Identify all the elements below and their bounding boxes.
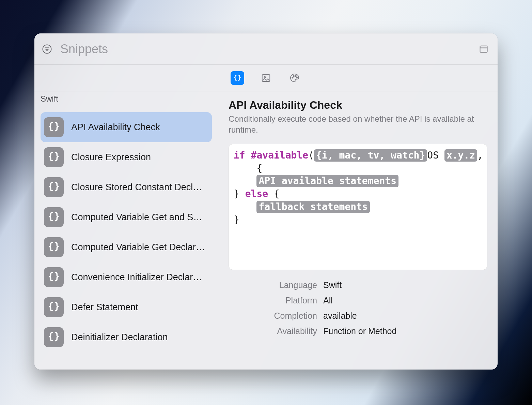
detach-window-icon[interactable] <box>478 43 489 55</box>
list-item[interactable]: Defer Statement <box>41 292 212 322</box>
snippet-list: API Availability Check Closure Expressio… <box>34 106 218 370</box>
search-field-wrap <box>59 40 472 58</box>
meta-value-language: Swift <box>323 280 487 290</box>
braces-icon <box>44 147 64 167</box>
keyword-if: if <box>234 150 245 161</box>
tab-media-library[interactable] <box>259 71 273 85</box>
code-preview[interactable]: if #available({i, mac, tv, watch}OS x.y.… <box>229 144 487 270</box>
list-item[interactable]: Computed Variable Get and Se… <box>41 202 212 232</box>
titlebar <box>34 33 498 65</box>
svg-rect-4 <box>480 46 487 52</box>
meta-label-availability: Availability <box>229 326 317 336</box>
braces-icon <box>44 267 64 287</box>
meta-label-language: Language <box>229 280 317 290</box>
meta-value-completion: available <box>323 311 487 321</box>
code-text: } <box>234 188 245 199</box>
svg-point-9 <box>293 75 294 76</box>
meta-label-platform: Platform <box>229 296 317 305</box>
list-item-label: Convenience Initializer Declara… <box>71 272 207 283</box>
detail-metadata: Language Swift Platform All Completion a… <box>229 280 487 336</box>
svg-point-10 <box>295 75 296 76</box>
meta-value-availability: Function or Method <box>323 326 487 336</box>
code-text: OS <box>427 150 444 161</box>
list-item-label: API Availability Check <box>71 122 160 133</box>
list-item[interactable]: Computed Variable Get Declar… <box>41 232 212 262</box>
keyword-else: else <box>245 188 268 199</box>
snippet-list-pane: Swift API Availability Check <box>34 91 218 370</box>
search-input[interactable] <box>59 40 472 58</box>
tab-code-snippets[interactable] <box>231 71 244 85</box>
svg-rect-6 <box>262 75 270 81</box>
list-item-label: Deinitializer Declaration <box>71 332 168 343</box>
braces-icon <box>44 207 64 227</box>
tab-color-library[interactable] <box>288 71 301 85</box>
braces-icon <box>44 177 64 197</box>
section-header: Swift <box>34 91 218 106</box>
list-item-label: Closure Stored Constant Decla… <box>71 182 207 193</box>
detail-pane: API Availability Check Conditionally exe… <box>218 91 498 370</box>
content-split: Swift API Availability Check <box>34 91 498 370</box>
keyword-available: #available <box>251 150 309 161</box>
list-item-label: Computed Variable Get and Se… <box>71 212 207 223</box>
list-item[interactable]: Closure Stored Constant Decla… <box>41 172 212 202</box>
list-item[interactable]: Convenience Initializer Declara… <box>41 262 212 292</box>
list-item[interactable]: Deinitializer Declaration <box>41 322 212 352</box>
token-fallback[interactable]: fallback statements <box>256 201 370 213</box>
svg-point-11 <box>296 77 297 78</box>
code-text: } <box>234 214 239 225</box>
library-panel: Swift API Availability Check <box>34 33 498 370</box>
meta-label-completion: Completion <box>229 311 317 321</box>
braces-icon <box>44 297 64 317</box>
filter-icon[interactable] <box>41 43 53 55</box>
list-item-label: Defer Statement <box>71 302 138 313</box>
svg-point-7 <box>264 76 265 78</box>
list-item[interactable]: API Availability Check <box>41 112 212 142</box>
braces-icon <box>44 237 64 257</box>
list-item[interactable]: Closure Expression <box>41 142 212 172</box>
token-api-statements[interactable]: API available statements <box>256 175 398 187</box>
library-type-tabs <box>34 65 498 91</box>
token-platforms[interactable]: {i, mac, tv, watch} <box>314 149 427 162</box>
code-text: { <box>251 163 263 174</box>
braces-icon <box>44 117 64 137</box>
meta-value-platform: All <box>323 296 487 305</box>
list-item-label: Computed Variable Get Declar… <box>71 242 205 253</box>
detail-title: API Availability Check <box>229 99 487 111</box>
list-item-label: Closure Expression <box>71 152 151 163</box>
token-version[interactable]: x.y.z <box>444 149 477 162</box>
svg-point-8 <box>292 77 293 78</box>
code-text: , *) <box>477 150 487 161</box>
detail-subtitle: Conditionally execute code based on whet… <box>229 114 487 136</box>
braces-icon <box>44 327 64 347</box>
code-text: { <box>268 188 280 199</box>
